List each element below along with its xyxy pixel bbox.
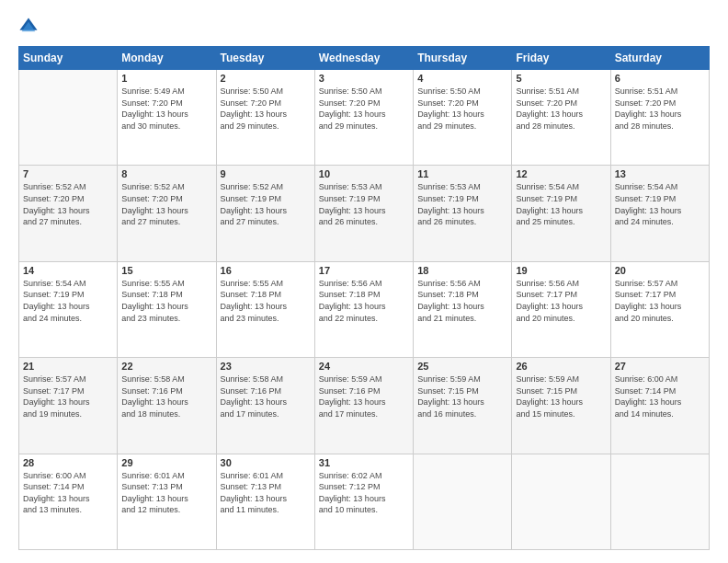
calendar-week-row: 14Sunrise: 5:54 AM Sunset: 7:19 PM Dayli… bbox=[19, 261, 710, 357]
calendar-cell bbox=[610, 454, 709, 549]
day-info: Sunrise: 5:52 AM Sunset: 7:19 PM Dayligh… bbox=[221, 181, 311, 227]
day-number: 28 bbox=[23, 457, 113, 468]
calendar-cell: 7Sunrise: 5:52 AM Sunset: 7:20 PM Daylig… bbox=[19, 166, 118, 261]
calendar-cell: 27Sunrise: 6:00 AM Sunset: 7:14 PM Dayli… bbox=[610, 358, 709, 454]
day-number: 7 bbox=[23, 168, 113, 179]
day-number: 15 bbox=[121, 265, 211, 276]
day-number: 19 bbox=[516, 265, 606, 276]
calendar-cell: 25Sunrise: 5:59 AM Sunset: 7:15 PM Dayli… bbox=[414, 358, 512, 454]
day-info: Sunrise: 5:53 AM Sunset: 7:19 PM Dayligh… bbox=[417, 181, 507, 227]
calendar-cell: 12Sunrise: 5:54 AM Sunset: 7:19 PM Dayli… bbox=[512, 166, 610, 261]
calendar-table: SundayMondayTuesdayWednesdayThursdayFrid… bbox=[18, 46, 710, 550]
day-info: Sunrise: 5:57 AM Sunset: 7:17 PM Dayligh… bbox=[615, 278, 705, 324]
day-info: Sunrise: 5:57 AM Sunset: 7:17 PM Dayligh… bbox=[23, 373, 113, 419]
header bbox=[18, 17, 710, 37]
day-number: 8 bbox=[121, 168, 211, 179]
day-number: 24 bbox=[319, 361, 409, 372]
calendar-cell: 8Sunrise: 5:52 AM Sunset: 7:20 PM Daylig… bbox=[118, 166, 216, 261]
day-info: Sunrise: 5:55 AM Sunset: 7:18 PM Dayligh… bbox=[221, 278, 311, 324]
day-number: 31 bbox=[319, 457, 409, 468]
weekday-header-sunday: Sunday bbox=[19, 47, 118, 70]
weekday-header-tuesday: Tuesday bbox=[216, 47, 314, 70]
calendar-cell: 20Sunrise: 5:57 AM Sunset: 7:17 PM Dayli… bbox=[610, 261, 709, 357]
weekday-header-wednesday: Wednesday bbox=[314, 47, 413, 70]
day-info: Sunrise: 5:50 AM Sunset: 7:20 PM Dayligh… bbox=[417, 86, 507, 132]
calendar-cell: 9Sunrise: 5:52 AM Sunset: 7:19 PM Daylig… bbox=[216, 166, 314, 261]
day-info: Sunrise: 5:54 AM Sunset: 7:19 PM Dayligh… bbox=[615, 181, 705, 227]
calendar-cell: 18Sunrise: 5:56 AM Sunset: 7:18 PM Dayli… bbox=[414, 261, 512, 357]
day-info: Sunrise: 5:51 AM Sunset: 7:20 PM Dayligh… bbox=[516, 86, 606, 132]
calendar-week-row: 1Sunrise: 5:49 AM Sunset: 7:20 PM Daylig… bbox=[19, 70, 710, 166]
day-info: Sunrise: 6:01 AM Sunset: 7:13 PM Dayligh… bbox=[221, 470, 311, 516]
day-info: Sunrise: 6:00 AM Sunset: 7:14 PM Dayligh… bbox=[23, 470, 113, 516]
logo-icon bbox=[18, 17, 39, 37]
calendar-cell bbox=[414, 454, 512, 549]
day-info: Sunrise: 5:54 AM Sunset: 7:19 PM Dayligh… bbox=[516, 181, 606, 227]
weekday-header-monday: Monday bbox=[118, 47, 216, 70]
calendar-week-row: 7Sunrise: 5:52 AM Sunset: 7:20 PM Daylig… bbox=[19, 166, 710, 261]
calendar-cell: 24Sunrise: 5:59 AM Sunset: 7:16 PM Dayli… bbox=[314, 358, 413, 454]
calendar-cell: 15Sunrise: 5:55 AM Sunset: 7:18 PM Dayli… bbox=[118, 261, 216, 357]
weekday-header-saturday: Saturday bbox=[610, 47, 709, 70]
day-info: Sunrise: 6:00 AM Sunset: 7:14 PM Dayligh… bbox=[615, 373, 705, 419]
day-number: 27 bbox=[615, 361, 705, 372]
calendar-cell: 21Sunrise: 5:57 AM Sunset: 7:17 PM Dayli… bbox=[19, 358, 118, 454]
calendar-cell: 1Sunrise: 5:49 AM Sunset: 7:20 PM Daylig… bbox=[118, 70, 216, 166]
calendar-cell: 11Sunrise: 5:53 AM Sunset: 7:19 PM Dayli… bbox=[414, 166, 512, 261]
day-info: Sunrise: 5:49 AM Sunset: 7:20 PM Dayligh… bbox=[121, 86, 211, 132]
day-number: 25 bbox=[417, 361, 507, 372]
day-number: 12 bbox=[516, 168, 606, 179]
calendar-cell: 19Sunrise: 5:56 AM Sunset: 7:17 PM Dayli… bbox=[512, 261, 610, 357]
day-info: Sunrise: 5:59 AM Sunset: 7:15 PM Dayligh… bbox=[516, 373, 606, 419]
calendar-cell: 5Sunrise: 5:51 AM Sunset: 7:20 PM Daylig… bbox=[512, 70, 610, 166]
calendar-cell: 3Sunrise: 5:50 AM Sunset: 7:20 PM Daylig… bbox=[314, 70, 413, 166]
day-info: Sunrise: 5:56 AM Sunset: 7:17 PM Dayligh… bbox=[516, 278, 606, 324]
day-info: Sunrise: 5:52 AM Sunset: 7:20 PM Dayligh… bbox=[23, 181, 113, 227]
calendar-week-row: 28Sunrise: 6:00 AM Sunset: 7:14 PM Dayli… bbox=[19, 454, 710, 549]
day-number: 9 bbox=[221, 168, 311, 179]
weekday-header-friday: Friday bbox=[512, 47, 610, 70]
day-info: Sunrise: 5:53 AM Sunset: 7:19 PM Dayligh… bbox=[319, 181, 409, 227]
day-number: 23 bbox=[221, 361, 311, 372]
calendar-cell: 22Sunrise: 5:58 AM Sunset: 7:16 PM Dayli… bbox=[118, 358, 216, 454]
day-number: 20 bbox=[615, 265, 705, 276]
day-info: Sunrise: 5:54 AM Sunset: 7:19 PM Dayligh… bbox=[23, 278, 113, 324]
day-info: Sunrise: 5:56 AM Sunset: 7:18 PM Dayligh… bbox=[319, 278, 409, 324]
day-number: 29 bbox=[121, 457, 211, 468]
weekday-header-row: SundayMondayTuesdayWednesdayThursdayFrid… bbox=[19, 47, 710, 70]
day-info: Sunrise: 5:58 AM Sunset: 7:16 PM Dayligh… bbox=[221, 373, 311, 419]
day-number: 13 bbox=[615, 168, 705, 179]
day-info: Sunrise: 5:59 AM Sunset: 7:16 PM Dayligh… bbox=[319, 373, 409, 419]
calendar-cell: 4Sunrise: 5:50 AM Sunset: 7:20 PM Daylig… bbox=[414, 70, 512, 166]
calendar-cell: 16Sunrise: 5:55 AM Sunset: 7:18 PM Dayli… bbox=[216, 261, 314, 357]
calendar-cell: 6Sunrise: 5:51 AM Sunset: 7:20 PM Daylig… bbox=[610, 70, 709, 166]
day-number: 3 bbox=[319, 73, 409, 84]
day-number: 30 bbox=[221, 457, 311, 468]
day-info: Sunrise: 5:51 AM Sunset: 7:20 PM Dayligh… bbox=[615, 86, 705, 132]
day-info: Sunrise: 5:58 AM Sunset: 7:16 PM Dayligh… bbox=[121, 373, 211, 419]
day-number: 4 bbox=[417, 73, 507, 84]
day-number: 21 bbox=[23, 361, 113, 372]
page: SundayMondayTuesdayWednesdayThursdayFrid… bbox=[0, 0, 728, 563]
day-number: 17 bbox=[319, 265, 409, 276]
day-number: 10 bbox=[319, 168, 409, 179]
calendar-cell: 26Sunrise: 5:59 AM Sunset: 7:15 PM Dayli… bbox=[512, 358, 610, 454]
day-info: Sunrise: 5:50 AM Sunset: 7:20 PM Dayligh… bbox=[221, 86, 311, 132]
day-number: 2 bbox=[221, 73, 311, 84]
day-info: Sunrise: 5:52 AM Sunset: 7:20 PM Dayligh… bbox=[121, 181, 211, 227]
weekday-header-thursday: Thursday bbox=[414, 47, 512, 70]
day-number: 22 bbox=[121, 361, 211, 372]
day-info: Sunrise: 5:59 AM Sunset: 7:15 PM Dayligh… bbox=[417, 373, 507, 419]
calendar-cell: 10Sunrise: 5:53 AM Sunset: 7:19 PM Dayli… bbox=[314, 166, 413, 261]
calendar-cell: 28Sunrise: 6:00 AM Sunset: 7:14 PM Dayli… bbox=[19, 454, 118, 549]
calendar-cell: 30Sunrise: 6:01 AM Sunset: 7:13 PM Dayli… bbox=[216, 454, 314, 549]
calendar-cell: 29Sunrise: 6:01 AM Sunset: 7:13 PM Dayli… bbox=[118, 454, 216, 549]
calendar-cell: 31Sunrise: 6:02 AM Sunset: 7:12 PM Dayli… bbox=[314, 454, 413, 549]
calendar-week-row: 21Sunrise: 5:57 AM Sunset: 7:17 PM Dayli… bbox=[19, 358, 710, 454]
calendar-cell bbox=[512, 454, 610, 549]
day-number: 14 bbox=[23, 265, 113, 276]
day-info: Sunrise: 6:02 AM Sunset: 7:12 PM Dayligh… bbox=[319, 470, 409, 516]
day-info: Sunrise: 5:55 AM Sunset: 7:18 PM Dayligh… bbox=[121, 278, 211, 324]
day-number: 26 bbox=[516, 361, 606, 372]
day-info: Sunrise: 5:50 AM Sunset: 7:20 PM Dayligh… bbox=[319, 86, 409, 132]
